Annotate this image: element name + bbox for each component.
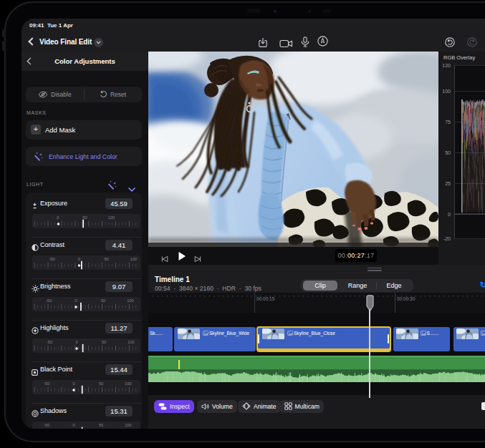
svg-text:-50: -50	[49, 257, 54, 261]
svg-text:50: 50	[101, 298, 105, 303]
svg-text:75: 75	[445, 120, 451, 125]
svg-text:-50: -50	[44, 423, 49, 427]
svg-text:50: 50	[99, 423, 103, 427]
svg-text:50: 50	[445, 150, 451, 155]
svg-text:50: 50	[104, 257, 108, 261]
svg-text:0: 0	[78, 257, 80, 261]
svg-text:0: 0	[448, 212, 451, 217]
svg-text:50: 50	[82, 215, 87, 220]
svg-text:0: 0	[72, 381, 75, 386]
svg-text:100: 100	[442, 89, 451, 94]
svg-text:100: 100	[130, 257, 137, 261]
svg-text:-50: -50	[46, 298, 52, 303]
svg-text:120: 120	[442, 63, 451, 68]
svg-text:0: 0	[75, 340, 77, 344]
svg-text:-20: -20	[443, 236, 451, 241]
svg-text:100: 100	[128, 340, 134, 344]
svg-text:100: 100	[127, 298, 133, 303]
svg-text:50: 50	[102, 340, 106, 344]
svg-text:0: 0	[57, 215, 59, 220]
svg-text:-50: -50	[44, 381, 49, 386]
svg-text:100: 100	[108, 215, 115, 220]
svg-text:100: 100	[125, 381, 131, 386]
svg-text:-50: -50	[47, 340, 52, 344]
svg-text:50: 50	[99, 381, 103, 386]
svg-text:100: 100	[125, 423, 131, 427]
svg-text:25: 25	[445, 181, 451, 186]
svg-text:0: 0	[72, 423, 75, 427]
svg-text:0: 0	[75, 298, 77, 303]
